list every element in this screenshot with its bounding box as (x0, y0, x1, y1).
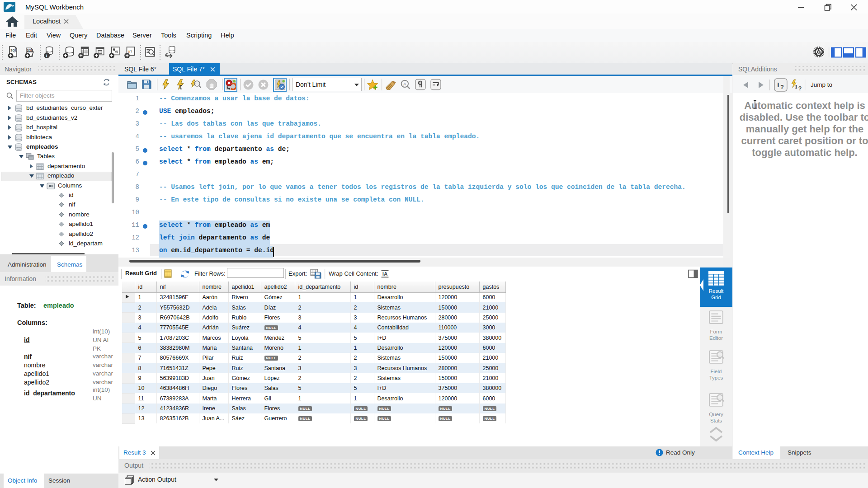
svg-text:IA: IA (382, 271, 388, 277)
svg-text:I: I (777, 81, 779, 89)
svg-text:A: A (403, 81, 406, 86)
svg-text:i: i (46, 53, 47, 58)
svg-text:?: ? (798, 85, 802, 92)
svg-text:SQL: SQL (10, 49, 17, 52)
svg-text:?: ? (780, 84, 784, 90)
svg-text:f(): f() (128, 49, 132, 53)
svg-text:I: I (795, 83, 797, 90)
